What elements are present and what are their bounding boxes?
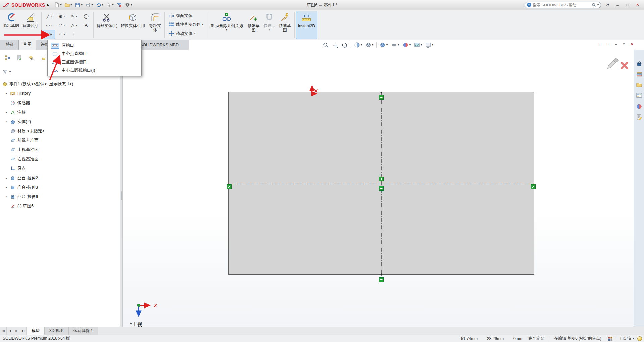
previous-view-button[interactable] xyxy=(340,41,349,49)
instant2d-button[interactable]: Instant2D xyxy=(296,11,317,39)
tree-item-boss-extrude6[interactable]: ▸ 凸台-拉伸6 xyxy=(0,192,120,201)
rapid-sketch-button[interactable]: 快速草图 xyxy=(277,11,293,39)
save-button[interactable]: ▾ xyxy=(74,2,84,8)
point-tool-button[interactable]: · xyxy=(67,30,80,39)
custom-properties-tab[interactable] xyxy=(635,114,643,120)
tree-item-front-plane[interactable]: 前视基准面 xyxy=(0,136,120,145)
splitter-grip[interactable] xyxy=(121,191,122,200)
propertymanager-tab[interactable] xyxy=(16,55,22,61)
new-document-button[interactable]: ▾ xyxy=(53,2,63,8)
tab-nav-first-button[interactable]: |◀ xyxy=(0,327,7,335)
tab-motion-study[interactable]: 运动算例 1 xyxy=(69,327,98,335)
text-tool-button[interactable]: A xyxy=(80,21,92,30)
tab-model[interactable]: 模型 xyxy=(27,327,45,335)
open-document-button[interactable]: ▾ xyxy=(63,2,73,8)
tree-item-sensors[interactable]: 传感器 xyxy=(0,98,120,108)
section-view-button[interactable]: ▾ xyxy=(353,41,363,49)
ellipse-tool-button[interactable]: ◯ xyxy=(80,12,92,21)
menu-item-straight-slot[interactable]: 直槽口 xyxy=(48,41,141,50)
repair-sketch-button[interactable]: 修复草图 xyxy=(245,11,262,39)
window-minimize-button[interactable]: – xyxy=(614,2,621,8)
chevron-down-icon[interactable]: ▾ xyxy=(63,15,65,18)
tab-nav-next-button[interactable]: ▶ xyxy=(13,327,20,335)
circle-tool-button[interactable]: ◉▾ xyxy=(55,12,67,21)
help-button[interactable]: ?▾ xyxy=(604,2,611,8)
caret-right-icon[interactable]: ▸ xyxy=(5,120,8,123)
fillet-tool-button[interactable]: ◜▾ xyxy=(55,30,67,39)
convert-entities-button[interactable]: 转换实体引用 xyxy=(119,11,147,39)
doc-minimize-button[interactable]: – xyxy=(612,41,620,47)
panel-splitter[interactable] xyxy=(120,50,123,327)
chevron-down-icon[interactable]: ▾ xyxy=(81,4,82,6)
confirmation-corner-sketch-icon[interactable] xyxy=(608,58,618,68)
chevron-down-icon[interactable]: ▾ xyxy=(194,32,195,35)
zoom-area-button[interactable] xyxy=(331,41,339,49)
sketch-relation-badge[interactable] xyxy=(379,177,384,181)
tab-nav-prev-button[interactable]: ◀ xyxy=(7,327,13,335)
linear-pattern-button[interactable]: 线性草图阵列 ▾ xyxy=(167,20,205,29)
tab-3d-views[interactable]: 3D 视图 xyxy=(45,327,69,335)
tree-item-material[interactable]: 材质 <未指定> xyxy=(0,126,120,136)
chevron-down-icon[interactable]: ▾ xyxy=(398,44,399,46)
centerline-endpoint[interactable] xyxy=(381,92,382,94)
chevron-down-icon[interactable]: ▾ xyxy=(91,4,93,6)
featuremanager-tab[interactable] xyxy=(4,55,11,61)
chevron-down-icon[interactable]: ▾ xyxy=(202,23,203,26)
mirror-entities-button[interactable]: 镜向实体 xyxy=(167,12,205,20)
sketch-relation-badge[interactable] xyxy=(379,278,384,282)
chevron-down-icon[interactable]: ▾ xyxy=(361,44,362,46)
cancel-sketch-icon[interactable] xyxy=(622,63,627,68)
graphics-area[interactable]: ▾ ▾ ▾ ▾ ▾ ▾ ▾ ⊞ ⊟ – □ ✕ xyxy=(123,40,644,327)
options-button[interactable]: ▾ xyxy=(124,2,133,8)
chevron-down-icon[interactable]: ▾ xyxy=(409,44,411,46)
tree-item-history[interactable]: ▸ History xyxy=(0,89,120,98)
chevron-down-icon[interactable]: ▾ xyxy=(76,15,77,18)
caret-right-icon[interactable]: ▸ xyxy=(5,92,8,95)
edit-appearance-button[interactable]: ▾ xyxy=(401,41,412,49)
menu-item-3point-arc-slot[interactable]: 三点圆弧槽口 xyxy=(48,58,141,66)
slot-tool-button[interactable]: ▾ xyxy=(43,30,55,39)
tree-item-boss-extrude3[interactable]: ▸ 凸台-拉伸3 xyxy=(0,183,120,192)
move-entities-button[interactable]: 移动实体 ▾ xyxy=(167,29,205,38)
window-close-button[interactable]: ✕ xyxy=(634,2,641,8)
caret-right-icon[interactable]: ▸ xyxy=(5,195,8,198)
chevron-down-icon[interactable]: ▾ xyxy=(131,4,132,6)
chevron-down-icon[interactable]: ▾ xyxy=(51,33,52,36)
display-delete-relations-button[interactable]: 显示/删除几何关系 ▾ xyxy=(208,11,245,39)
search-input[interactable] xyxy=(533,3,590,7)
help-search-box[interactable]: ? ▾ xyxy=(525,2,601,8)
tree-item-sketch6[interactable]: (-) 草图6 xyxy=(0,201,120,211)
doc-cascade-button[interactable]: ⊟ xyxy=(604,41,611,47)
menu-item-centerpoint-arc-slot[interactable]: 中心点圆弧槽口(I) xyxy=(48,66,141,75)
toolbar-flyout-icon[interactable]: ▶ xyxy=(47,3,49,7)
design-library-tab[interactable] xyxy=(635,71,643,77)
chevron-down-icon[interactable]: ▾ xyxy=(432,44,433,46)
chevron-down-icon[interactable]: ▾ xyxy=(112,4,113,6)
chevron-down-icon[interactable]: ▾ xyxy=(9,71,11,73)
quick-tips-ball-icon[interactable] xyxy=(637,336,642,341)
view-settings-button[interactable]: ▾ xyxy=(424,41,435,49)
chevron-down-icon[interactable]: ▾ xyxy=(76,24,77,27)
zoom-fit-button[interactable] xyxy=(321,41,330,49)
tree-item-top-plane[interactable]: 上视基准面 xyxy=(0,145,120,154)
chevron-down-icon[interactable]: ▾ xyxy=(63,24,65,27)
chevron-down-icon[interactable]: ▾ xyxy=(386,44,388,46)
tree-item-boss-extrude2[interactable]: ▸ 凸台-拉伸2 xyxy=(0,173,120,183)
viewport-canvas[interactable]: X *上视 xyxy=(123,40,644,327)
chevron-down-icon[interactable]: ▾ xyxy=(60,4,61,6)
trim-entities-button[interactable]: 剪裁实体(T) xyxy=(95,11,119,39)
caret-right-icon[interactable]: ▸ xyxy=(5,111,8,114)
resources-home-tab[interactable] xyxy=(635,60,643,67)
polygon-tool-button[interactable]: △▾ xyxy=(67,21,80,30)
sketch-relation-badge[interactable] xyxy=(227,185,232,189)
chevron-down-icon[interactable]: ▾ xyxy=(372,44,373,46)
chevron-down-icon[interactable]: ▾ xyxy=(421,44,422,46)
chevron-down-icon[interactable]: ▾ xyxy=(51,24,52,27)
smart-dimension-button[interactable]: 智能尺寸 xyxy=(21,11,40,39)
line-tool-button[interactable]: ╱▾ xyxy=(43,12,55,21)
caret-right-icon[interactable]: ▸ xyxy=(5,186,8,189)
menu-item-centerpoint-straight-slot[interactable]: 中心点直槽口 xyxy=(48,50,141,58)
rectangle-tool-button[interactable]: ▭▾ xyxy=(43,21,55,30)
exit-sketch-button[interactable]: 退出草图 xyxy=(1,11,21,39)
dimxpertmanager-tab[interactable] xyxy=(39,55,46,61)
